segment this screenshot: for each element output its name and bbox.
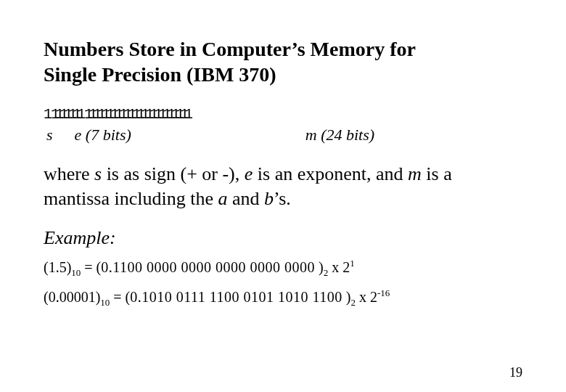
bit-layout-row: 1 1111111 111111111111111111111111	[44, 106, 522, 123]
eq1-mantissa: 0.1100 0000 0000 0000 0000 0000	[101, 259, 315, 275]
page-number: 19	[509, 365, 522, 380]
equation-2: (0.00001)10 = (0.1010 0111 1100 0101 101…	[44, 289, 522, 306]
var-e: e	[245, 163, 253, 184]
eq1-rhs-base: 2	[324, 267, 329, 278]
body-text-5: and	[227, 188, 264, 209]
eq2-mantissa: 0.1010 0111 1100 0101 1010 1100	[130, 289, 343, 305]
var-b: b	[264, 188, 274, 209]
eq2-times: x 2	[359, 289, 377, 305]
eq2-rhs-base: 2	[351, 297, 356, 308]
bit-labels-row: s e (7 bits) m (24 bits)	[44, 126, 522, 144]
var-a: a	[218, 188, 227, 209]
eq1-times: x 2	[332, 259, 350, 275]
slide-title: Numbers Store in Computer’s Memory for S…	[44, 36, 522, 87]
label-s: s	[46, 126, 53, 144]
bit-sign: 1	[44, 106, 48, 123]
title-line-1: Numbers Store in Computer’s Memory for	[44, 38, 416, 60]
eq2-lhs-value: 0.00001	[49, 289, 96, 305]
slide: Numbers Store in Computer’s Memory for S…	[0, 0, 566, 392]
eq1-lhs-base: 10	[71, 267, 81, 278]
var-s: s	[94, 163, 102, 184]
body-text-2: is as sign (+ or -),	[102, 163, 245, 184]
eq1-exp: 1	[350, 258, 355, 269]
body-text-6: ’s.	[274, 188, 291, 209]
equation-1: (1.5)10 = (0.1100 0000 0000 0000 0000 00…	[44, 259, 522, 276]
eq2-exp: -16	[377, 287, 390, 298]
body-paragraph: where s is as sign (+ or -), e is an exp…	[44, 162, 522, 211]
equations-block: (1.5)10 = (0.1100 0000 0000 0000 0000 00…	[44, 259, 522, 306]
label-m: m (24 bits)	[305, 126, 374, 144]
label-e: e (7 bits)	[75, 126, 131, 144]
eq2-lhs-base: 10	[100, 297, 110, 308]
body-text-1: where	[44, 163, 94, 184]
title-line-2: Single Precision (IBM 370)	[44, 63, 276, 86]
body-text-3: is an exponent, and	[253, 163, 408, 184]
bit-exponent: 1111111	[51, 106, 81, 123]
example-heading: Example:	[44, 227, 522, 249]
eq1-lhs-value: 1.5	[49, 259, 67, 275]
bit-mantissa: 111111111111111111111111	[84, 106, 189, 123]
var-m: m	[408, 163, 422, 184]
